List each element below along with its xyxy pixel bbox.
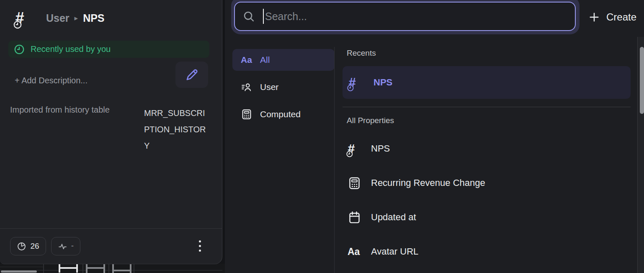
property-item-label: Updated at <box>371 212 416 223</box>
footer-divider <box>0 228 222 229</box>
screen: # User ▸ NPS Recently used by you + Add … <box>0 0 644 273</box>
recent-item-nps[interactable]: # NPS <box>343 66 631 99</box>
background-divider <box>108 264 109 273</box>
background-divider <box>82 264 83 273</box>
background-divider <box>134 264 134 273</box>
property-item-label: Avatar URL <box>371 246 418 257</box>
breadcrumb: User ▸ NPS <box>46 12 105 24</box>
calendar-icon <box>348 211 366 224</box>
breadcrumb-current: NPS <box>83 12 104 24</box>
section-divider <box>343 107 631 107</box>
trend-value: - <box>71 241 74 250</box>
number-property-clock-icon: # <box>348 138 366 159</box>
section-title-recents: Recents <box>347 49 376 58</box>
vertical-scrollbar-thumb[interactable] <box>640 47 644 114</box>
category-label: Computed <box>260 109 301 119</box>
text-type-icon: Aa <box>348 246 366 258</box>
activity-icon <box>58 242 67 251</box>
more-options-button[interactable] <box>194 235 205 256</box>
number-property-clock-icon: # <box>348 74 365 91</box>
property-details-panel: # User ▸ NPS Recently used by you + Add … <box>0 0 222 264</box>
background-table-fragment <box>0 264 225 273</box>
search-icon <box>242 10 255 23</box>
detail-value: MRR_SUBSCRIPTION_HISTORY <box>144 105 210 154</box>
category-list: Aa All User <box>232 49 335 125</box>
plus-icon <box>588 11 600 23</box>
trend-button[interactable]: - <box>51 237 80 255</box>
clock-icon <box>14 44 25 55</box>
column-divider <box>334 47 335 273</box>
property-item-nps[interactable]: # NPS <box>348 138 624 159</box>
create-button[interactable]: Create <box>588 8 636 26</box>
property-item-label: Recurring Revenue Change <box>371 178 485 188</box>
calculator-icon <box>241 108 260 120</box>
text-cursor <box>263 9 264 24</box>
view-toggle-icon[interactable] <box>59 263 78 273</box>
search-placeholder: Search... <box>265 10 307 23</box>
recently-used-label: Recently used by you <box>31 44 111 54</box>
user-list-icon <box>241 81 260 93</box>
calculator-icon <box>348 176 366 190</box>
pencil-icon <box>185 68 199 82</box>
breadcrumb-parent[interactable]: User <box>46 12 70 24</box>
view-toggle-icon[interactable] <box>86 264 105 273</box>
vertical-scrollbar-track[interactable] <box>637 37 644 273</box>
text-type-icon: Aa <box>241 55 260 65</box>
horizontal-scrollbar[interactable] <box>1 270 37 273</box>
property-item-avatar-url[interactable]: Aa Avatar URL <box>348 241 624 262</box>
property-item-updated-at[interactable]: Updated at <box>348 207 624 228</box>
number-property-clock-icon: # <box>15 8 35 28</box>
create-button-label: Create <box>606 11 636 23</box>
pie-chart-icon <box>17 242 26 251</box>
category-all[interactable]: Aa All <box>232 49 335 71</box>
section-title-all-properties: All Properties <box>347 116 394 125</box>
search-input[interactable]: Search... <box>234 2 576 31</box>
recent-item-label: NPS <box>374 77 392 88</box>
recently-used-badge: Recently used by you <box>8 41 209 58</box>
background-divider <box>43 264 44 273</box>
distribution-count: 26 <box>30 242 39 251</box>
chevron-right-icon: ▸ <box>75 14 78 23</box>
category-label: All <box>260 55 270 65</box>
category-label: User <box>260 82 278 92</box>
search-overlay: Search... Create Aa All <box>225 0 644 273</box>
kebab-menu-icon <box>199 240 201 242</box>
property-header: # User ▸ NPS <box>15 8 105 28</box>
property-item-label: NPS <box>371 143 390 154</box>
background-divider <box>0 267 43 267</box>
detail-label: Imported from history table <box>10 105 110 115</box>
edit-description-button[interactable] <box>175 62 208 88</box>
distribution-count-button[interactable]: 26 <box>10 237 46 255</box>
category-user[interactable]: User <box>232 76 335 98</box>
add-description-button[interactable]: + Add Description... <box>15 76 88 85</box>
view-toggle-icon[interactable] <box>112 264 131 273</box>
property-item-recurring-revenue-change[interactable]: Recurring Revenue Change <box>348 173 624 193</box>
category-computed[interactable]: Computed <box>232 103 335 125</box>
